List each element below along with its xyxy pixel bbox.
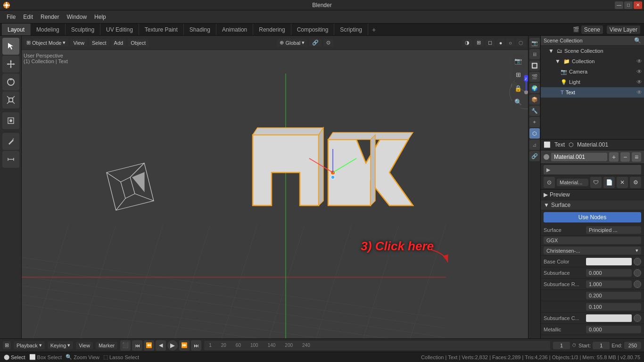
menu-window[interactable]: Window	[63, 12, 91, 22]
tab-sculpting[interactable]: Sculpting	[66, 24, 100, 35]
particles-props-icon[interactable]: ✦	[529, 117, 540, 127]
transform-tool-button[interactable]	[2, 112, 19, 129]
viewport-overlay-btn[interactable]: ⊞	[474, 39, 484, 47]
jump-start-button[interactable]: ⏮	[132, 340, 142, 351]
tab-modeling[interactable]: Modeling	[31, 24, 66, 35]
tab-rendering[interactable]: Rendering	[253, 24, 291, 35]
preview-header[interactable]: ▶ Preview	[544, 190, 641, 199]
snap-btn[interactable]: 🔗	[309, 39, 322, 47]
material-browse-btn[interactable]: ⊙	[544, 177, 555, 188]
data-props-icon[interactable]: ⊿	[529, 140, 540, 150]
start-frame-input[interactable]: 1	[593, 342, 610, 349]
viewport-xray-btn[interactable]: ◻	[485, 39, 495, 47]
tab-texture-paint[interactable]: Texture Paint	[139, 24, 184, 35]
object-props-icon[interactable]: 📦	[529, 94, 540, 105]
material-delete-btn[interactable]: ✕	[617, 177, 628, 188]
material-settings-btn[interactable]: ⚙	[630, 177, 641, 188]
surface-value[interactable]: Principled ...	[586, 226, 641, 234]
material-preview-btn[interactable]: ○	[506, 39, 515, 47]
subsurface-g-value[interactable]: 0.200	[586, 292, 641, 299]
outliner-collection[interactable]: ▼ 📁 Collection 👁	[541, 56, 644, 66]
add-menu-btn[interactable]: Add	[111, 39, 126, 47]
constraints-props-icon[interactable]: 🔗	[529, 151, 540, 161]
local-view-icon[interactable]: 🔍	[512, 96, 524, 108]
marker-menu-btn[interactable]: Marker	[96, 342, 117, 349]
base-color-extra-btn[interactable]	[634, 258, 641, 265]
proportional-btn[interactable]: ⊙	[323, 39, 333, 47]
outliner-camera[interactable]: 📷 Camera 👁	[541, 66, 644, 77]
view-menu-timeline-btn[interactable]: View	[76, 342, 93, 349]
menu-render[interactable]: Render	[37, 12, 63, 22]
subsurface-color-swatch[interactable]	[586, 314, 632, 322]
viewport-3d[interactable]: ⊞ Object Mode ▾ View Select Add Object ⊕…	[22, 36, 528, 338]
tab-compositing[interactable]: Compositing	[291, 24, 335, 35]
play-back-button[interactable]: ◀	[156, 340, 166, 351]
camera-view-icon[interactable]: 📷	[512, 55, 524, 67]
maximize-button[interactable]: □	[624, 1, 633, 9]
measure-tool-button[interactable]	[2, 151, 19, 168]
step-back-button[interactable]: ⏪	[144, 340, 154, 351]
end-frame-input[interactable]: 250	[624, 342, 641, 349]
ggx-dropdown[interactable]: GGX	[544, 237, 641, 244]
material-duplicate-btn[interactable]: 📄	[603, 177, 615, 188]
minimize-button[interactable]: —	[615, 1, 623, 9]
outliner-text[interactable]: T Text 👁	[541, 87, 644, 98]
christensen-dropdown[interactable]: Christensen-... ▾	[544, 247, 641, 255]
material-props-icon[interactable]: ⬡	[529, 128, 540, 139]
keying-menu-btn[interactable]: Keying ▾	[48, 341, 74, 349]
scene-selector[interactable]: 🎬 Scene	[573, 25, 603, 34]
rendered-btn[interactable]: ◌	[516, 39, 526, 47]
scale-tool-button[interactable]	[2, 91, 19, 108]
material-name-display[interactable]: Material...	[557, 179, 588, 186]
frame-ruler[interactable]: 1 20 60 100 140 200 240	[204, 341, 550, 350]
global-transform-btn[interactable]: ⊕ Global ▾	[277, 39, 307, 47]
step-forward-button[interactable]: ⏩	[179, 340, 190, 351]
playback-menu-btn[interactable]: Playback ▾	[14, 341, 45, 349]
render-props-icon[interactable]: 📷	[529, 38, 540, 48]
output-props-icon[interactable]: 🖥	[529, 49, 540, 59]
remove-material-button[interactable]: −	[620, 152, 630, 162]
move-tool-button[interactable]	[2, 56, 19, 73]
lock-camera-icon[interactable]: 🔒	[512, 82, 524, 94]
filter-icon[interactable]: 🔍	[634, 37, 641, 44]
scene-props-icon[interactable]: 🎬	[529, 72, 540, 82]
object-menu-btn[interactable]: Object	[128, 39, 149, 47]
frame-selected-icon[interactable]: ⊞	[512, 68, 524, 81]
subsurface-c-btn[interactable]	[634, 314, 641, 322]
view-layer-selector[interactable]: View Layer	[607, 25, 640, 34]
add-material-button[interactable]: +	[609, 152, 619, 162]
subsurface-extra-btn[interactable]	[634, 269, 641, 277]
subsurface-r-btn[interactable]	[634, 280, 641, 288]
use-nodes-button[interactable]: Use Nodes	[544, 212, 641, 222]
timeline-mode-btn[interactable]: ⊞	[3, 341, 11, 349]
modifier-props-icon[interactable]: 🔧	[529, 106, 540, 116]
tab-shading[interactable]: Shading	[184, 24, 216, 35]
menu-file[interactable]: File	[3, 12, 19, 22]
view-layer-props-icon[interactable]: 🔳	[529, 60, 540, 71]
view-layer-label[interactable]: View Layer	[607, 25, 640, 34]
material-shield-btn[interactable]: 🛡	[590, 177, 602, 188]
scene-label[interactable]: Scene	[581, 25, 603, 34]
menu-help[interactable]: Help	[91, 12, 110, 22]
material-menu-button[interactable]: ≡	[632, 152, 641, 162]
outliner-light[interactable]: 💡 Light 👁	[541, 77, 644, 87]
tab-scripting[interactable]: Scripting	[334, 24, 368, 35]
select-tool-button[interactable]	[2, 38, 19, 55]
play-button[interactable]: ▶	[167, 340, 178, 351]
outliner-scene-collection[interactable]: ▼ 🗂 Scene Collection	[541, 46, 644, 56]
surface-header[interactable]: ▼ Surface	[541, 200, 644, 210]
solid-shading-btn[interactable]: ●	[496, 39, 505, 47]
collection-eye-icon[interactable]: 👁	[636, 58, 642, 65]
tab-animation[interactable]: Animation	[216, 24, 253, 35]
light-eye-icon[interactable]: 👁	[636, 79, 642, 85]
annotate-tool-button[interactable]	[2, 133, 19, 150]
material-name-field[interactable]: Material.001	[551, 153, 607, 161]
menu-edit[interactable]: Edit	[19, 12, 37, 22]
base-color-swatch[interactable]	[586, 258, 632, 265]
current-frame-input[interactable]: 1	[553, 342, 570, 349]
jump-end-button[interactable]: ⏭	[191, 340, 201, 351]
camera-eye-icon[interactable]: 👁	[636, 68, 642, 75]
metallic-value[interactable]: 0.000	[586, 326, 641, 333]
object-mode-selector[interactable]: ⊞ Object Mode ▾	[24, 39, 68, 47]
tab-layout[interactable]: Layout	[2, 24, 31, 35]
